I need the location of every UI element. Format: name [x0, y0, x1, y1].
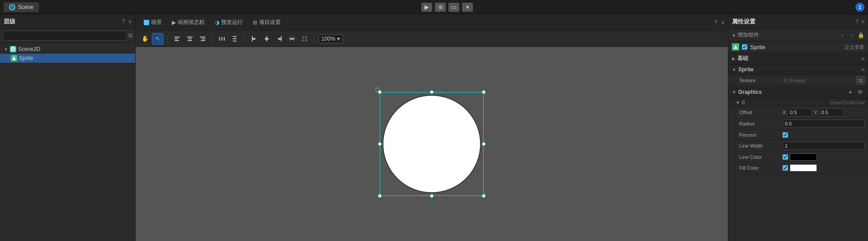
align-left-button[interactable]	[171, 33, 183, 45]
handle-bottom-left[interactable]	[378, 194, 382, 198]
handle-top-right[interactable]	[482, 90, 486, 94]
svg-rect-12	[219, 37, 220, 41]
line-width-input[interactable]	[783, 142, 864, 150]
tab-preview-label: 预览运行	[221, 19, 243, 26]
anchor-right-button[interactable]	[274, 33, 285, 45]
preview-icon: ◑	[215, 19, 219, 26]
canvas-area[interactable]	[136, 47, 728, 241]
line-width-label: Line Width	[739, 143, 780, 148]
toolbar-right: ? ≡	[714, 19, 724, 26]
svg-rect-3	[175, 37, 180, 37]
hierarchy-help-icon[interactable]: ?	[122, 19, 125, 25]
line-color-checkbox[interactable]	[783, 154, 788, 160]
anchor-stretch-button[interactable]	[286, 33, 298, 45]
offset-y-input[interactable]	[819, 108, 844, 116]
anim-icon: ▶	[172, 19, 176, 26]
line-color-row: Line Color	[728, 152, 868, 162]
svg-rect-28	[305, 36, 307, 38]
anchor-left-button[interactable]	[248, 33, 260, 45]
anchor-center-button[interactable]	[261, 33, 273, 45]
fill-color-swatch[interactable]	[790, 164, 817, 171]
svg-rect-16	[233, 38, 236, 39]
handle-middle-right[interactable]	[482, 142, 486, 146]
scene-tab-icon	[9, 4, 15, 10]
component-name: Sprite	[750, 44, 842, 51]
component-enabled-checkbox[interactable]	[742, 44, 747, 50]
anchor-grid-button[interactable]	[299, 33, 311, 45]
tab-preview[interactable]: ◑ 预览运行	[210, 17, 247, 28]
line-color-value	[783, 153, 864, 161]
properties-help-icon[interactable]: ?	[855, 19, 859, 25]
scene-tab-icon	[144, 20, 149, 25]
graphics-arrow: ▼	[732, 90, 736, 95]
tab-anim[interactable]: ▶ 动画状态机	[167, 17, 209, 28]
search-bar: ⧉	[0, 29, 135, 43]
zoom-control[interactable]: 100% ▾	[318, 34, 343, 43]
search-input[interactable]	[3, 31, 127, 41]
mobile-button[interactable]: ▭	[448, 3, 459, 12]
play-button[interactable]: ▶	[421, 3, 432, 12]
sprite-section-menu-icon[interactable]: ≡	[861, 66, 864, 73]
section-sprite[interactable]: ▼ Sprite ≡	[728, 65, 868, 75]
radius-value	[783, 120, 864, 128]
distribute-h-button[interactable]	[216, 33, 228, 45]
align-right-button[interactable]	[197, 33, 208, 45]
svg-rect-17	[233, 41, 236, 42]
handle-bottom-center[interactable]	[430, 194, 434, 198]
hierarchy-title: 层级	[4, 18, 15, 26]
handle-top-center[interactable]	[430, 90, 434, 94]
nav-arrows: ‹ › 🔒	[838, 31, 864, 40]
handle-bottom-right[interactable]	[482, 194, 486, 198]
lock-icon[interactable]: 🔒	[858, 32, 864, 38]
sprite-arrow: ▼	[732, 67, 736, 72]
handle-middle-left[interactable]	[378, 142, 382, 146]
handle-top-left[interactable]	[378, 90, 382, 94]
distribute-v-button[interactable]	[229, 33, 241, 45]
add-component-row[interactable]: + 增加组件 ‹ › 🔒	[728, 29, 868, 42]
draw-circle-cmd-header[interactable]: ▼ 0 DrawCircleCmd	[728, 98, 868, 107]
fill-color-value	[783, 164, 864, 171]
tree-item-scene2d[interactable]: ▼ Scene2D	[0, 45, 135, 54]
toolbar-menu-icon[interactable]: ≡	[721, 19, 724, 26]
percent-checkbox[interactable]	[783, 132, 788, 138]
properties-title: 属性设置	[732, 18, 755, 26]
svg-rect-10	[202, 38, 205, 39]
toolbar-help-icon[interactable]: ?	[714, 19, 717, 26]
align-center-button[interactable]	[184, 33, 196, 45]
offset-label: Offset	[739, 110, 780, 115]
basic-title: 基础	[737, 55, 748, 62]
texture-browse-button[interactable]: ⊡	[856, 76, 864, 84]
tree-item-sprite[interactable]: Sprite	[0, 54, 135, 63]
select-tool-button[interactable]: ↖	[152, 33, 164, 45]
copy-icon[interactable]: ⧉	[128, 32, 132, 39]
tab-scene[interactable]: 场景	[139, 17, 166, 28]
center-area: 场景 ▶ 动画状态机 ◑ 预览运行 ⊞ 项目设置 ? ≡ ✋ ↖	[136, 14, 728, 241]
hierarchy-menu-icon[interactable]: ≡	[128, 19, 132, 25]
scene-tab[interactable]: Scene	[4, 2, 39, 12]
nav-left-button[interactable]: ‹	[838, 31, 847, 40]
add-component-label: 增加组件	[737, 31, 759, 39]
properties-menu-icon[interactable]: ≡	[861, 19, 864, 25]
section-basic[interactable]: ▶ 基础 ≡	[728, 53, 868, 65]
dropdown-button[interactable]: ▾	[462, 3, 473, 12]
svg-rect-11	[201, 40, 205, 41]
graphics-refresh-button[interactable]: ⟳	[856, 88, 864, 96]
radius-row: Radius	[728, 118, 868, 130]
tab-project[interactable]: ⊞ 项目设置	[248, 17, 285, 28]
offset-x-input[interactable]	[788, 108, 812, 116]
nav-right-button[interactable]: ›	[848, 31, 857, 40]
scene2d-label: Scene2D	[18, 46, 40, 52]
graphics-add-button[interactable]: +	[846, 88, 854, 96]
graphics-section-header[interactable]: ▼ Graphics + ⟳	[728, 86, 868, 98]
basic-menu-icon[interactable]: ≡	[861, 56, 864, 62]
hand-tool-button[interactable]: ✋	[139, 33, 151, 45]
radius-input[interactable]	[783, 120, 864, 128]
globe-button[interactable]: ⊕	[435, 3, 446, 12]
svg-rect-29	[302, 39, 304, 42]
svg-rect-30	[305, 39, 307, 42]
fill-color-checkbox[interactable]	[783, 165, 788, 171]
texture-label: Texture	[739, 78, 780, 83]
draw-circle-index: 0	[742, 100, 745, 105]
add-component-icon: +	[732, 32, 736, 39]
line-color-swatch[interactable]	[790, 153, 817, 161]
